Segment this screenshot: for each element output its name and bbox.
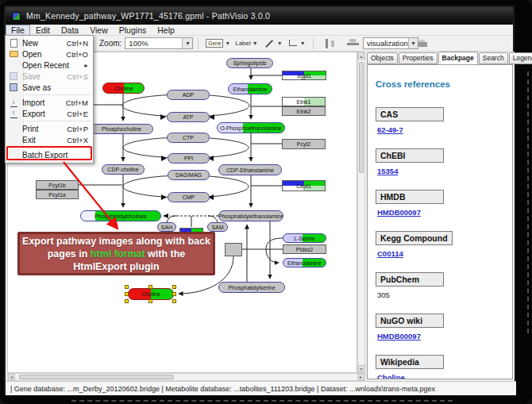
menu-file[interactable]: File <box>6 25 30 36</box>
visualization-combobox[interactable]: visualization ▼ <box>363 37 418 49</box>
node-cdp-ethanolamine[interactable]: CDP-Ethanolamine <box>218 164 282 175</box>
node-phosphatidylcholines[interactable]: Phosphatidylcholines <box>80 210 161 221</box>
align-center-horizontal-icon[interactable] <box>347 39 359 48</box>
line-tool-button[interactable]: ▼ <box>263 40 283 46</box>
backpage-content[interactable]: Cross references CAS 62-49-7 ChEBI 15354… <box>367 64 513 379</box>
vertical-scrollbar[interactable]: ▲ ▼ <box>357 52 365 373</box>
menu-bar: File Edit Data View Plugins Help <box>6 25 513 36</box>
menu-item-open[interactable]: Open Ctrl+O <box>6 48 93 60</box>
node-etnk1[interactable]: Etnk1 <box>282 97 326 106</box>
window-title: Mm_Kennedy_pathway_WP1771_45176.gpml - P… <box>26 11 270 21</box>
menu-view[interactable]: View <box>84 25 114 36</box>
selection-handle[interactable] <box>172 292 176 296</box>
node-etnk2[interactable]: Etnk2 <box>282 106 326 116</box>
node-sam[interactable]: SAM <box>207 222 228 232</box>
scroll-down-icon[interactable]: ▼ <box>358 365 364 372</box>
horizontal-scroll-thumb[interactable] <box>19 375 174 379</box>
xref-link-hmdb[interactable]: HMDB00097 <box>377 208 421 217</box>
selection-handle[interactable] <box>148 285 152 289</box>
menu-edit[interactable]: Edit <box>30 25 56 36</box>
selection-handle[interactable] <box>172 299 176 303</box>
chevron-down-icon[interactable]: ▼ <box>300 40 306 46</box>
node-phosphatidylethanolamine[interactable]: Phosphatidylethanolamine <box>218 210 283 221</box>
node-cdp-choline[interactable]: CDP-choline <box>102 164 145 175</box>
zoom-combobox[interactable]: 100% ▼ <box>125 37 193 49</box>
menu-item-import[interactable]: ↓ Import Ctrl+M <box>6 97 93 108</box>
frame-right-dashes <box>527 71 529 333</box>
menu-plugins[interactable]: Plugins <box>114 25 152 36</box>
junction-node[interactable] <box>225 243 242 256</box>
selection-handle[interactable] <box>125 285 129 289</box>
xref-link-chebi[interactable]: 15354 <box>377 167 398 175</box>
node-dag-mag[interactable]: DAG/MAG <box>168 170 210 180</box>
label-tool-button[interactable]: Label ▼ <box>235 40 258 47</box>
scroll-left-icon[interactable]: ◄ <box>8 374 15 380</box>
node-atp[interactable]: ATP <box>167 112 210 122</box>
scroll-right-icon[interactable]: ► <box>357 374 364 380</box>
align-center-vertical-icon[interactable] <box>324 39 336 48</box>
node-ethanolamine[interactable]: Ethanolamine <box>228 83 272 94</box>
node-ctp[interactable]: CTP <box>167 133 210 143</box>
vertical-scroll-thumb[interactable] <box>359 62 364 173</box>
xref-link-wikipedia[interactable]: Choline <box>377 373 405 379</box>
selection-handle[interactable] <box>125 292 129 296</box>
menu-item-shortcut: Ctrl+M <box>66 98 88 107</box>
scroll-up-icon[interactable]: ▲ <box>358 52 364 60</box>
menu-item-shortcut: Ctrl+E <box>67 110 88 118</box>
callout-text: with the <box>145 248 186 260</box>
connector-tool-button[interactable]: ▼ <box>287 40 306 48</box>
menu-item-spacer <box>9 124 18 133</box>
menu-help[interactable]: Help <box>152 25 180 36</box>
title-bar[interactable]: Mm_Kennedy_pathway_WP1771_45176.gpml - P… <box>6 7 513 25</box>
node-adp[interactable]: ADP <box>167 90 210 100</box>
chevron-down-icon[interactable]: ▼ <box>408 38 418 48</box>
open-folder-icon <box>9 49 18 59</box>
node-l-serine[interactable]: L-Serine <box>283 233 326 243</box>
node-o-phosphoethanolamine[interactable]: O-Phosphoethanolamine <box>217 122 285 133</box>
node-ptdss2[interactable]: Ptdss2 <box>283 244 326 254</box>
node-sgpl1[interactable]: Sgpl1 <box>282 71 326 80</box>
xref-link-nugo[interactable]: HMDB00097 <box>377 332 421 341</box>
menu-item-print[interactable]: Print Ctrl+P <box>6 123 93 134</box>
node-phosphocholine[interactable]: Phosphocholine <box>90 124 153 134</box>
tab-legend[interactable]: Legend <box>509 52 532 64</box>
tab-properties[interactable]: Properties <box>399 52 438 64</box>
cross-references-heading: Cross references <box>376 79 504 89</box>
menu-item-shortcut: Ctrl+O <box>66 50 88 59</box>
chevron-down-icon[interactable]: ▼ <box>277 40 283 46</box>
gene-datanode-tool-button[interactable]: Gene ▼ <box>206 39 230 48</box>
menu-data[interactable]: Data <box>56 25 84 36</box>
tab-objects[interactable]: Objects <box>367 52 398 64</box>
node-choline-selected[interactable]: Choline <box>128 288 174 300</box>
selection-handle[interactable] <box>148 299 152 303</box>
node-pcyt2[interactable]: Pcyt2 <box>282 139 326 149</box>
menu-item-save-as[interactable]: Save as <box>6 82 93 93</box>
node-cept1[interactable]: Cept1 <box>282 180 326 191</box>
menu-item-exit[interactable]: Exit Ctrl+X <box>6 134 93 145</box>
node-ppi[interactable]: PPi <box>168 153 210 164</box>
tab-search[interactable]: Search <box>479 52 508 64</box>
node-sah[interactable]: SAH <box>157 222 176 232</box>
node-sphingolipids[interactable]: Sphingolipids <box>226 58 273 68</box>
xref-link-cas[interactable]: 62-49-7 <box>377 125 403 134</box>
horizontal-scrollbar[interactable]: ◄ ► <box>7 373 365 381</box>
selection-handle[interactable] <box>125 299 129 303</box>
menu-item-open-recent[interactable]: Open Recent ► <box>6 60 93 71</box>
menu-item-export[interactable]: ↑ Export Ctrl+E <box>6 108 93 119</box>
menu-item-new[interactable]: New Ctrl+N <box>6 37 93 48</box>
node-ethanolamine-bottom[interactable]: Ethanolamine <box>283 258 326 267</box>
node-choline[interactable]: Choline <box>102 83 145 94</box>
node-pcyt1b[interactable]: Pcyt1b <box>36 180 79 190</box>
tab-backpage[interactable]: Backpage <box>438 52 478 64</box>
node-cmp[interactable]: CMP <box>168 192 210 202</box>
selection-handle[interactable] <box>172 285 176 289</box>
node-pcyt1a[interactable]: Pcyt1a <box>36 190 79 199</box>
chevron-down-icon[interactable]: ▼ <box>253 40 258 46</box>
xref-section-header-kegg: Kegg Compound <box>376 231 453 245</box>
callout-text: pages in <box>48 248 91 260</box>
chevron-down-icon[interactable]: ▼ <box>225 40 230 46</box>
menu-item-label: Open Recent <box>22 61 83 70</box>
chevron-down-icon[interactable]: ▼ <box>182 38 192 48</box>
node-phosphatidylserine[interactable]: Phosphatidylserine <box>218 282 285 293</box>
xref-link-kegg[interactable]: C00114 <box>377 249 403 258</box>
